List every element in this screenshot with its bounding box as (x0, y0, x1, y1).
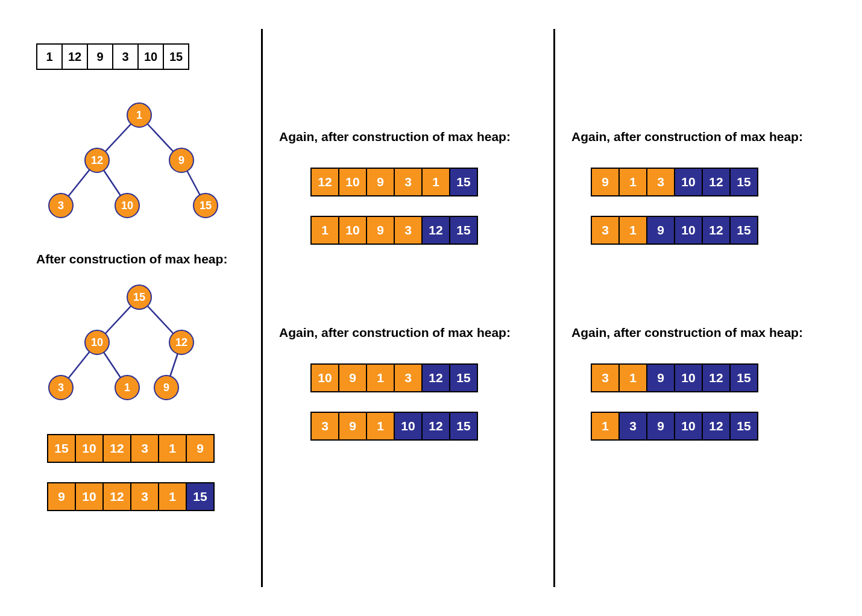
array-cell: 15 (729, 168, 758, 196)
array-cell: 10 (338, 216, 367, 245)
tree-node: 15 (193, 193, 218, 218)
array-cell: 10 (674, 216, 703, 245)
array-cell: 3 (618, 412, 647, 441)
array-cell: 12 (702, 168, 731, 196)
array-cell: 10 (75, 482, 104, 511)
caption-again-3b: Again, after construction of max heap: (571, 325, 803, 340)
array-cell: 3 (646, 168, 675, 196)
array-cell: 15 (186, 482, 215, 511)
vertical-divider-1 (261, 29, 263, 587)
col3-top-array-1: 913101215 (591, 168, 758, 196)
array-cell: 12 (421, 363, 450, 392)
array-cell: 9 (646, 216, 675, 245)
tree-node: 9 (169, 148, 194, 173)
array-cell: 1 (158, 482, 187, 511)
array-cell: 1 (618, 216, 647, 245)
caption-again-3a: Again, after construction of max heap: (571, 130, 803, 144)
tree-node: 3 (48, 193, 74, 218)
col2-bot-array-2: 391101215 (310, 412, 478, 441)
array-cell: 9 (646, 363, 675, 392)
array-cell: 10 (394, 412, 423, 441)
array-cell: 9 (338, 363, 367, 392)
col3-top-array-2: 319101215 (591, 216, 758, 245)
array-cell: 1 (366, 363, 395, 392)
array-cell: 3 (310, 412, 339, 441)
array-cell: 12 (702, 363, 731, 392)
col1-array-1: 151012319 (47, 434, 215, 463)
array-cell: 10 (338, 168, 367, 196)
array-cell: 12 (102, 434, 131, 463)
array-cell: 9 (646, 412, 675, 441)
caption-again-2b: Again, after construction of max heap: (279, 325, 511, 340)
initial-array: 112931015 (36, 43, 189, 70)
array-cell: 3 (112, 43, 139, 70)
array-cell: 3 (130, 482, 159, 511)
array-cell: 10 (137, 43, 164, 70)
array-cell: 3 (394, 363, 423, 392)
tree-node: 15 (127, 284, 152, 310)
array-cell: 12 (421, 412, 450, 441)
array-cell: 9 (591, 168, 620, 196)
array-cell: 9 (338, 412, 367, 441)
tree-max-heap: 151012319 (36, 284, 229, 405)
tree-node: 3 (48, 375, 74, 400)
tree-node: 10 (84, 330, 110, 355)
array-cell: 9 (366, 216, 395, 245)
array-cell: 15 (729, 363, 758, 392)
array-cell: 15 (729, 216, 758, 245)
col2-bot-array-1: 109131215 (310, 363, 478, 392)
col3-bot-array-2: 139101215 (591, 412, 758, 441)
array-cell: 12 (310, 168, 339, 196)
array-cell: 1 (421, 168, 450, 196)
array-cell: 1 (618, 363, 647, 392)
tree-node: 12 (84, 148, 110, 173)
col2-top-array-2: 110931215 (310, 216, 478, 245)
array-cell: 9 (186, 434, 215, 463)
array-cell: 12 (702, 412, 731, 441)
array-cell: 9 (87, 43, 113, 70)
array-cell: 1 (36, 43, 63, 70)
array-cell: 9 (47, 482, 76, 511)
array-cell: 10 (674, 412, 703, 441)
tree-node: 1 (127, 102, 152, 128)
array-cell: 10 (674, 168, 703, 196)
tree-node: 9 (154, 375, 179, 400)
array-cell: 15 (729, 412, 758, 441)
tree-initial: 112931015 (36, 102, 229, 223)
caption-after-construction: After construction of max heap: (36, 252, 227, 266)
array-cell: 12 (702, 216, 731, 245)
tree-node: 10 (115, 193, 140, 218)
array-cell: 12 (421, 216, 450, 245)
array-cell: 1 (618, 168, 647, 196)
array-cell: 10 (75, 434, 104, 463)
tree-node: 1 (115, 375, 140, 400)
array-cell: 15 (449, 412, 478, 441)
array-cell: 12 (61, 43, 88, 70)
col3-bot-array-1: 319101215 (591, 363, 758, 392)
array-cell: 12 (102, 482, 131, 511)
vertical-divider-2 (553, 29, 555, 587)
array-cell: 15 (449, 363, 478, 392)
array-cell: 15 (47, 434, 76, 463)
array-cell: 1 (591, 412, 620, 441)
array-cell: 3 (394, 216, 423, 245)
array-cell: 3 (394, 168, 423, 196)
array-cell: 1 (366, 412, 395, 441)
array-cell: 15 (163, 43, 189, 70)
array-cell: 1 (310, 216, 339, 245)
caption-again-2a: Again, after construction of max heap: (279, 130, 511, 144)
col2-top-array-1: 121093115 (310, 168, 478, 196)
tree-node: 12 (169, 330, 194, 355)
array-cell: 10 (310, 363, 339, 392)
array-cell: 15 (449, 168, 478, 196)
array-cell: 1 (158, 434, 187, 463)
array-cell: 15 (449, 216, 478, 245)
array-cell: 3 (591, 363, 620, 392)
array-cell: 10 (674, 363, 703, 392)
array-cell: 3 (130, 434, 159, 463)
col1-array-2: 910123115 (47, 482, 215, 511)
array-cell: 9 (366, 168, 395, 196)
array-cell: 3 (591, 216, 620, 245)
